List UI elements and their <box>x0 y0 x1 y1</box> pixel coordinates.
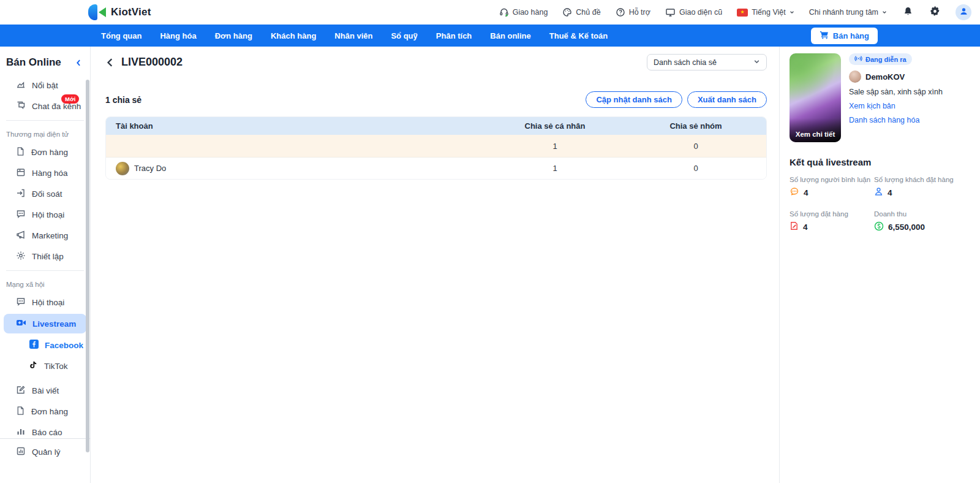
settings-button[interactable] <box>929 6 941 18</box>
sidebar-item-bai-viet[interactable]: Bài viết <box>0 380 90 401</box>
avatar <box>116 162 129 175</box>
broadcast-icon <box>854 55 862 63</box>
tab-khach-hang[interactable]: Khách hàng <box>262 31 325 40</box>
sidebar-item-hang-hoa[interactable]: Hàng hóa <box>0 162 90 183</box>
sidebar-item-label: Facebook <box>45 341 83 350</box>
divider <box>6 270 84 271</box>
bar-chart-icon <box>16 427 26 438</box>
host-avatar <box>849 70 861 83</box>
sidebar-scroll-area: Nổi bật Chat đa kênh Mới Thương mại điện… <box>0 75 90 439</box>
sidebar-item-hoi-thoai[interactable]: Hội thoại <box>0 204 90 225</box>
tab-hang-hoa[interactable]: Hàng hóa <box>151 31 205 40</box>
notifications-button[interactable] <box>902 6 914 18</box>
livestream-camera-icon <box>16 318 26 329</box>
tab-don-hang[interactable]: Đơn hàng <box>206 31 262 40</box>
megaphone-icon <box>16 230 26 242</box>
sidebar-scrollbar[interactable] <box>86 80 89 452</box>
reconcile-icon <box>16 188 26 200</box>
page-title: LIVE000002 <box>121 56 183 69</box>
stat-value: 6,550,000 <box>888 222 925 232</box>
personal-share-cell: 1 <box>484 164 625 173</box>
sidebar-item-label: Nổi bật <box>32 81 58 90</box>
table-row[interactable]: Tracy Do 1 0 <box>106 157 766 179</box>
brand: KiotViet <box>88 4 151 20</box>
column-header-group: Chia sẻ nhóm <box>625 121 766 131</box>
chat-icon <box>16 209 26 221</box>
stat-label: Số lượng người bình luận <box>790 176 874 183</box>
sell-button-label: Bán hàng <box>833 31 869 40</box>
sidebar-item-facebook[interactable]: Facebook <box>0 335 90 356</box>
collapse-sidebar-icon[interactable] <box>75 59 83 67</box>
sidebar-item-label: Đối soát <box>32 189 62 199</box>
sidebar-item-doi-soat[interactable]: Đối soát <box>0 183 90 204</box>
view-detail-link[interactable]: Xem chi tiết <box>790 118 841 142</box>
delivery-menu[interactable]: Giao hàng <box>499 7 548 17</box>
view-script-link[interactable]: Xem kịch bản <box>849 102 895 110</box>
stream-title: Sale sập sàn, xinh sập xình <box>849 88 943 96</box>
sidebar-item-noi-bat[interactable]: Nổi bật <box>0 75 90 96</box>
product-list-link[interactable]: Danh sách hàng hóa <box>849 116 919 124</box>
live-status-badge: Đang diễn ra <box>849 53 912 65</box>
sidebar-item-bao-cao[interactable]: Báo cáo <box>0 422 90 439</box>
revenue-icon <box>874 221 884 233</box>
palette-icon <box>562 7 572 17</box>
bell-icon <box>903 6 913 19</box>
headset-icon <box>499 7 509 17</box>
tab-phan-tich[interactable]: Phân tích <box>427 31 481 40</box>
sidebar-item-label: Đơn hàng <box>31 148 68 157</box>
monitor-icon <box>665 7 676 17</box>
document-icon <box>16 146 25 158</box>
tab-nhan-vien[interactable]: Nhân viên <box>325 31 382 40</box>
share-list-dropdown[interactable]: Danh sách chia sẻ <box>647 54 767 70</box>
sidebar-section-ecommerce: Thương mại điện tử <box>0 124 90 142</box>
language-selector[interactable]: ★ Tiếng Việt <box>737 8 794 17</box>
sidebar-item-label: TikTok <box>44 362 68 371</box>
language-label: Tiếng Việt <box>752 8 786 17</box>
sidebar-item-don-hang-social[interactable]: Đơn hàng <box>0 401 90 422</box>
tab-so-quy[interactable]: Sổ quỹ <box>382 31 426 40</box>
box-icon <box>16 167 26 179</box>
user-menu-button[interactable] <box>956 4 971 20</box>
sell-button[interactable]: Bán hàng <box>811 28 878 44</box>
branch-selector[interactable]: Chi nhánh trung tâm <box>809 8 887 17</box>
help-icon <box>616 7 625 17</box>
stat-customers: Số lượng khách đặt hàng 4 <box>874 176 970 198</box>
sidebar-item-label: Livestream <box>32 319 76 329</box>
account-name: Tracy Do <box>134 164 166 173</box>
sidebar-item-thiet-lap[interactable]: Thiết lập <box>0 246 90 267</box>
tab-thue-ke-toan[interactable]: Thuế & Kế toán <box>540 31 617 40</box>
sidebar-item-don-hang[interactable]: Đơn hàng <box>0 142 90 162</box>
support-label: Hỗ trợ <box>629 8 650 17</box>
sidebar-item-tiktok[interactable]: TikTok <box>0 356 90 376</box>
sidebar-item-quan-ly[interactable]: Quản lý <box>0 441 90 462</box>
update-list-button[interactable]: Cập nhật danh sách <box>586 91 682 108</box>
tab-tong-quan[interactable]: Tổng quan <box>92 31 151 40</box>
account-cell: Tracy Do <box>106 162 484 175</box>
column-header-personal: Chia sẻ cá nhân <box>484 121 625 131</box>
topbar: KiotViet Giao hàng Chủ đề Hỗ trợ Giao di… <box>0 0 980 25</box>
tab-ban-online[interactable]: Bán online <box>481 31 540 40</box>
stat-label: Số lượng khách đặt hàng <box>874 176 970 183</box>
column-header-account: Tài khoản <box>106 121 484 131</box>
sidebar-item-hoi-thoai-social[interactable]: Hội thoại <box>0 292 90 313</box>
stat-label: Số lượng đặt hàng <box>790 210 874 218</box>
sidebar: Bán Online Nổi bật Chat đa kênh Mới Thươ… <box>0 47 91 483</box>
old-ui-menu[interactable]: Giao diện cũ <box>665 7 722 17</box>
sidebar-item-label: Hội thoại <box>32 210 64 219</box>
share-count: 1 chia sẻ <box>105 95 141 105</box>
sidebar-item-marketing[interactable]: Marketing <box>0 225 90 246</box>
sidebar-item-label: Hàng hóa <box>32 169 68 178</box>
stat-value: 4 <box>888 188 892 197</box>
sidebar-item-chat-da-kenh[interactable]: Chat đa kênh Mới <box>0 96 90 116</box>
delivery-label: Giao hàng <box>513 8 548 17</box>
cart-icon <box>820 30 829 41</box>
export-list-button[interactable]: Xuất danh sách <box>687 91 767 108</box>
theme-menu[interactable]: Chủ đề <box>562 7 600 17</box>
livestream-thumbnail[interactable]: Xem chi tiết <box>790 53 841 142</box>
sidebar-item-livestream[interactable]: Livestream <box>4 314 86 333</box>
back-button[interactable] <box>105 58 115 67</box>
support-menu[interactable]: Hỗ trợ <box>616 7 650 17</box>
live-status-label: Đang diễn ra <box>865 56 907 63</box>
table-row[interactable]: 1 0 <box>106 135 766 157</box>
vietnam-flag-icon: ★ <box>737 9 748 17</box>
